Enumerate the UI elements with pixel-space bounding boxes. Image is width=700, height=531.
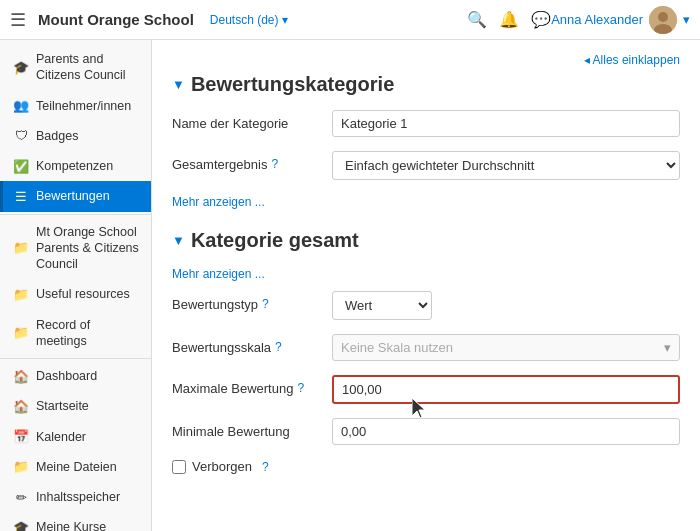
folder-icon: 📁 bbox=[13, 325, 29, 340]
pencil-icon: ✏ bbox=[13, 490, 29, 505]
bewertungstyp-select[interactable]: Wert bbox=[332, 291, 432, 320]
bewertungstyp-row: Bewertungstyp ? Wert bbox=[172, 291, 680, 320]
page-layout: 🎓 Parents and Citizens Council 👥 Teilneh… bbox=[0, 40, 700, 531]
sidebar-item-label: Teilnehmer/innen bbox=[36, 98, 131, 114]
header-icons: 🔍 🔔 💬 bbox=[467, 10, 551, 29]
maximale-label: Maximale Bewertung ? bbox=[172, 375, 332, 396]
sidebar-item-meine-dateien[interactable]: 📁 Meine Dateien bbox=[0, 452, 151, 482]
sidebar-item-meine-kurse[interactable]: 🎓 Meine Kurse bbox=[0, 512, 151, 531]
sidebar-item-label: Parents and Citizens Council bbox=[36, 51, 141, 84]
sidebar-item-startseite[interactable]: 🏠 Startseite bbox=[0, 391, 151, 421]
bewertungsskala-disabled-select: Keine Skala nutzen ▾ bbox=[332, 334, 680, 361]
section2-header: ▼ Kategorie gesamt bbox=[172, 229, 680, 252]
sidebar-item-teilnehmer[interactable]: 👥 Teilnehmer/innen bbox=[0, 91, 151, 121]
minimale-row: Minimale Bewertung bbox=[172, 418, 680, 445]
folder2-icon: 📁 bbox=[13, 459, 29, 474]
section2-title: Kategorie gesamt bbox=[191, 229, 359, 252]
bewertungstyp-help-icon[interactable]: ? bbox=[262, 297, 269, 311]
mehr-anzeigen-link-2[interactable]: Mehr anzeigen ... bbox=[172, 267, 265, 281]
maximale-input[interactable] bbox=[332, 375, 680, 404]
gesamtergebnis-help-icon[interactable]: ? bbox=[271, 157, 278, 171]
kategorie-name-control bbox=[332, 110, 680, 137]
kategorie-name-input[interactable] bbox=[332, 110, 680, 137]
gesamtergebnis-row: Gesamtergebnis ? Einfach gewichteter Dur… bbox=[172, 151, 680, 180]
folder-icon: 📁 bbox=[13, 240, 29, 255]
message-icon[interactable]: 💬 bbox=[531, 10, 551, 29]
gesamtergebnis-label: Gesamtergebnis ? bbox=[172, 151, 332, 172]
sidebar-item-label: Inhaltsspeicher bbox=[36, 489, 120, 505]
user-name: Anna Alexander bbox=[551, 12, 643, 27]
sidebar-item-kompetenzen[interactable]: ✅ Kompetenzen bbox=[0, 151, 151, 181]
sidebar-item-badges[interactable]: 🛡 Badges bbox=[0, 121, 151, 151]
calendar-icon: 📅 bbox=[13, 429, 29, 444]
graduation2-icon: 🎓 bbox=[13, 520, 29, 531]
verborgen-help-icon[interactable]: ? bbox=[262, 460, 269, 474]
bewertungsskala-label: Bewertungsskala ? bbox=[172, 334, 332, 355]
sidebar-item-label: Meine Kurse bbox=[36, 519, 106, 531]
sidebar-item-kalender[interactable]: 📅 Kalender bbox=[0, 422, 151, 452]
sidebar-item-label: Record of meetings bbox=[36, 317, 141, 350]
hamburger-icon[interactable]: ☰ bbox=[10, 9, 26, 31]
sidebar-item-label: Startseite bbox=[36, 398, 89, 414]
minimale-label: Minimale Bewertung bbox=[172, 418, 332, 439]
home2-icon: 🏠 bbox=[13, 399, 29, 414]
sidebar-item-useful[interactable]: 📁 Useful resources bbox=[0, 279, 151, 309]
collapse-all: ◂ Alles einklappen bbox=[172, 52, 680, 67]
maximale-control bbox=[332, 375, 680, 404]
sidebar: 🎓 Parents and Citizens Council 👥 Teilneh… bbox=[0, 40, 152, 531]
kategorie-name-row: Name der Kategorie bbox=[172, 110, 680, 137]
verborgen-checkbox[interactable] bbox=[172, 460, 186, 474]
sidebar-item-record[interactable]: 📁 Record of meetings bbox=[0, 310, 151, 357]
search-icon[interactable]: 🔍 bbox=[467, 10, 487, 29]
app-title: Mount Orange School bbox=[38, 11, 194, 28]
avatar bbox=[649, 6, 677, 34]
sidebar-divider bbox=[0, 214, 151, 215]
check-icon: ✅ bbox=[13, 159, 29, 174]
sidebar-item-inhaltsspeicher[interactable]: ✏ Inhaltsspeicher bbox=[0, 482, 151, 512]
bewertungsskala-row: Bewertungsskala ? Keine Skala nutzen ▾ bbox=[172, 334, 680, 361]
verborgen-row: Verborgen ? bbox=[172, 459, 680, 474]
section2: ▼ Kategorie gesamt Mehr anzeigen ... Bew… bbox=[172, 229, 680, 474]
maximale-row: Maximale Bewertung ? bbox=[172, 375, 680, 404]
users-icon: 👥 bbox=[13, 98, 29, 113]
sidebar-item-label: Useful resources bbox=[36, 286, 130, 302]
bewertungstyp-label: Bewertungstyp ? bbox=[172, 291, 332, 312]
sidebar-item-mt-orange[interactable]: 📁 Mt Orange School Parents & Citizens Co… bbox=[0, 217, 151, 280]
sidebar-item-bewertungen[interactable]: ☰ Bewertungen bbox=[0, 181, 151, 211]
language-selector[interactable]: Deutsch (de) ▾ bbox=[210, 13, 288, 27]
gesamtergebnis-control: Einfach gewichteter Durchschnitt bbox=[332, 151, 680, 180]
sidebar-item-label: Badges bbox=[36, 128, 78, 144]
bewertungstyp-control: Wert bbox=[332, 291, 680, 320]
mehr-anzeigen-link-1[interactable]: Mehr anzeigen ... bbox=[172, 195, 265, 209]
svg-point-1 bbox=[658, 12, 668, 22]
section1-arrow-icon[interactable]: ▼ bbox=[172, 77, 185, 92]
bewertungsskala-control: Keine Skala nutzen ▾ bbox=[332, 334, 680, 361]
main-content: ◂ Alles einklappen ▼ Bewertungskategorie… bbox=[152, 40, 700, 531]
sidebar-item-label: Dashboard bbox=[36, 368, 97, 384]
graduation-icon: 🎓 bbox=[13, 60, 29, 75]
user-menu[interactable]: Anna Alexander ▾ bbox=[551, 6, 690, 34]
shield-icon: 🛡 bbox=[13, 128, 29, 143]
collapse-all-link[interactable]: ◂ Alles einklappen bbox=[584, 53, 680, 67]
minimale-input[interactable] bbox=[332, 418, 680, 445]
notification-icon[interactable]: 🔔 bbox=[499, 10, 519, 29]
home-icon: 🏠 bbox=[13, 369, 29, 384]
sidebar-item-label: Kalender bbox=[36, 429, 86, 445]
sidebar-item-label: Mt Orange School Parents & Citizens Coun… bbox=[36, 224, 141, 273]
section1-title: Bewertungskategorie bbox=[191, 73, 394, 96]
sidebar-item-label: Meine Dateien bbox=[36, 459, 117, 475]
section2-arrow-icon[interactable]: ▼ bbox=[172, 233, 185, 248]
sidebar-item-dashboard[interactable]: 🏠 Dashboard bbox=[0, 361, 151, 391]
menu-icon: ☰ bbox=[13, 189, 29, 204]
section1-header: ▼ Bewertungskategorie bbox=[172, 73, 680, 96]
sidebar-item-label: Bewertungen bbox=[36, 188, 110, 204]
user-chevron-icon: ▾ bbox=[683, 12, 690, 27]
minimale-control bbox=[332, 418, 680, 445]
maximale-help-icon[interactable]: ? bbox=[297, 381, 304, 395]
kategorie-name-label: Name der Kategorie bbox=[172, 110, 332, 131]
bewertungsskala-help-icon[interactable]: ? bbox=[275, 340, 282, 354]
gesamtergebnis-select[interactable]: Einfach gewichteter Durchschnitt bbox=[332, 151, 680, 180]
sidebar-divider-2 bbox=[0, 358, 151, 359]
verborgen-label: Verborgen bbox=[192, 459, 252, 474]
sidebar-item-parents-citizens[interactable]: 🎓 Parents and Citizens Council bbox=[0, 44, 151, 91]
